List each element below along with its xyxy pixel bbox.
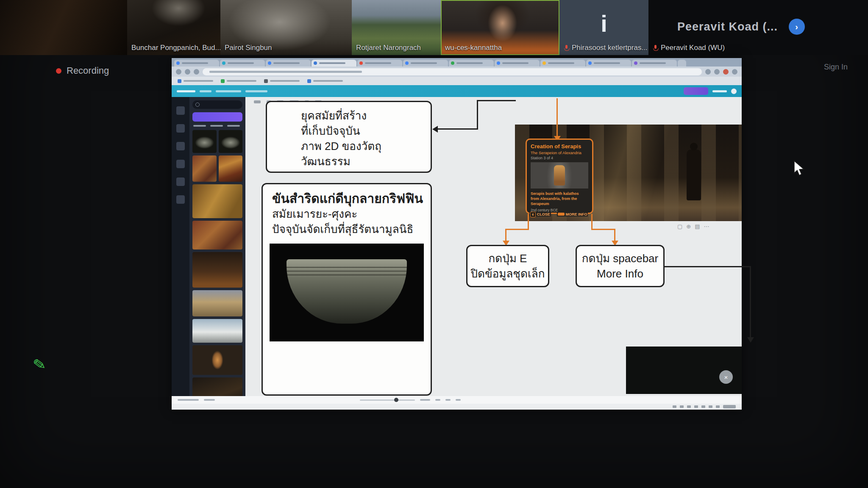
browser-tab[interactable] (586, 60, 631, 67)
canva-account-avatar[interactable] (731, 89, 737, 94)
panel-search-input[interactable] (192, 100, 242, 109)
apps-tab-icon[interactable] (176, 195, 185, 204)
browser-tab[interactable] (357, 60, 402, 67)
fullscreen-icon[interactable] (445, 399, 451, 401)
close-icon[interactable]: × (719, 370, 733, 384)
key-e-line: กดปุ่ม E (489, 251, 527, 266)
canva-canvas: ยุคสมัยที่สร้าง ที่เก็บปัจจุบัน ภาพ 2D ข… (245, 97, 742, 396)
url-field[interactable] (203, 68, 702, 75)
participant-name: Peeravit Koad (WU) (653, 44, 725, 52)
notes-label[interactable] (204, 399, 215, 401)
sidebar-thumbnail[interactable] (219, 155, 243, 182)
spacebar-key-icon (558, 213, 565, 216)
browser-tab[interactable] (220, 60, 265, 67)
browser-menu-icon[interactable] (732, 69, 737, 75)
serapis-info-card[interactable]: Creation of Serapis The Serapeion of Ale… (526, 139, 593, 214)
mic-muted-icon (564, 44, 569, 52)
bookmarks-bar (172, 77, 742, 85)
object-toolbar[interactable]: ▢⊕▤⋯ (677, 223, 709, 230)
info-line: ภาพ 2D ของวัตถุวัฒนธรรม (301, 139, 431, 169)
annotation-pen-icon[interactable]: ✎ (32, 355, 47, 374)
browser-tab[interactable] (174, 60, 219, 67)
sign-in-label[interactable]: Sign In (824, 63, 848, 72)
connector-line (665, 266, 751, 267)
more-info-hint[interactable]: MORE INFO (557, 212, 588, 216)
gallery-next-button[interactable]: › (789, 19, 805, 35)
bookmark-item[interactable] (178, 79, 213, 83)
browser-tab[interactable] (449, 60, 494, 67)
participant-tile[interactable]: Bunchar Pongpanich, Bud... (127, 0, 220, 55)
bookmark-item[interactable] (307, 79, 343, 83)
participant-tile[interactable]: i Phirasoost ketlertpras... (559, 0, 648, 55)
close-hint[interactable]: E CLOSE (529, 212, 551, 216)
bookmark-item[interactable] (264, 79, 300, 83)
help-icon[interactable] (456, 399, 461, 401)
sidebar-thumbnail[interactable] (192, 290, 242, 316)
elements-tab-icon[interactable] (176, 124, 185, 133)
sidebar-thumbnail[interactable] (192, 155, 217, 182)
panel-filter-tabs[interactable] (193, 125, 242, 127)
orange-connector (556, 98, 558, 137)
diagram-info-box[interactable]: ยุคสมัยที่สร้าง ที่เก็บปัจจุบัน ภาพ 2D ข… (266, 101, 432, 173)
canva-menu-item[interactable] (200, 90, 211, 92)
extensions-icon[interactable] (705, 69, 711, 75)
sidebar-thumbnail[interactable] (192, 221, 242, 250)
serapis-bust-image (531, 162, 588, 189)
browser-tab-active[interactable] (312, 60, 356, 67)
diagram-spacebar-box[interactable]: กดปุ่ม spacebar More Info (576, 245, 665, 287)
diagram-key-e-box[interactable]: กดปุ่ม E ปิดข้อมูลชุดเล็ก (466, 245, 549, 287)
zoom-slider[interactable] (360, 399, 415, 401)
canva-menu-item[interactable] (245, 90, 267, 92)
artifact-line: สมัยเมารยะ-ศุงคะ (272, 206, 431, 222)
connector-line (477, 100, 478, 130)
info-line: ยุคสมัยที่สร้าง (301, 108, 431, 123)
canva-uploads-panel (189, 97, 245, 396)
design-tab-icon[interactable] (176, 106, 185, 115)
card-subtitle: The Serapeion of Alexandria (531, 150, 588, 155)
sidebar-thumbnail[interactable] (192, 319, 242, 343)
browser-tab[interactable] (540, 60, 585, 67)
projects-tab-icon[interactable] (176, 177, 185, 186)
orange-connector (591, 229, 615, 230)
pages-label[interactable] (178, 399, 199, 401)
connector-arrowhead (432, 126, 438, 133)
bookmark-item[interactable] (221, 79, 256, 83)
artifact-title: ขันสำริดแก่ดีบุกลายกริฟฟิน (272, 191, 431, 206)
card-period: 2nd century BCE (531, 208, 588, 212)
sidebar-thumbnail[interactable] (192, 184, 242, 218)
canva-logo[interactable] (177, 90, 195, 92)
participant-tile[interactable]: Pairot Singbun (220, 0, 352, 55)
sidebar-thumbnail[interactable] (192, 252, 242, 288)
grid-view-icon[interactable] (435, 399, 440, 401)
browser-tab[interactable] (495, 60, 540, 67)
participant-name: Phirasoost ketlertpras... (564, 44, 648, 52)
recording-dot-icon (56, 68, 61, 74)
browser-tab[interactable] (632, 60, 677, 67)
shared-screen-tray (172, 404, 742, 410)
connector-arrowhead (747, 337, 754, 343)
sidebar-thumbnail[interactable] (192, 345, 242, 375)
browser-tab[interactable] (403, 60, 448, 67)
refresh-icon[interactable] (194, 69, 199, 75)
participant-tile[interactable]: Rotjaret Narongrach (352, 0, 441, 55)
bronze-bowl-photo[interactable] (270, 244, 424, 341)
canva-menu-item[interactable] (216, 90, 241, 92)
text-tab-icon[interactable] (176, 160, 185, 168)
new-tab-button[interactable] (678, 60, 686, 67)
upload-files-button[interactable] (192, 112, 242, 122)
browser-tab[interactable] (266, 60, 311, 67)
forward-icon[interactable] (185, 69, 190, 75)
canva-header-bar (172, 85, 742, 97)
sidebar-thumbnail[interactable] (192, 130, 217, 153)
participant-tile[interactable] (0, 0, 127, 55)
profile-avatar-icon[interactable] (723, 69, 729, 75)
canva-share-label[interactable] (712, 90, 727, 92)
browser-tab-strip (172, 58, 742, 67)
uploads-tab-icon[interactable] (176, 142, 185, 150)
participant-tile-active-speaker[interactable]: wu-ces-kannattha (441, 0, 559, 55)
bookmark-star-icon[interactable] (714, 69, 720, 75)
canva-present-button[interactable] (684, 87, 708, 95)
sidebar-thumbnail[interactable] (219, 130, 243, 153)
back-icon[interactable] (176, 69, 181, 75)
info-line: ที่เก็บปัจจุบัน (301, 123, 431, 139)
